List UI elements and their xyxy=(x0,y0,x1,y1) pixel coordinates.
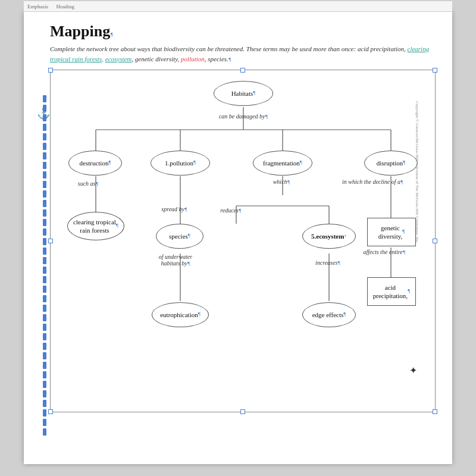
habitats-node: Habitats¶ xyxy=(214,81,273,106)
left-margin-dashes xyxy=(43,95,49,446)
increases-label: increases¶ xyxy=(304,259,352,266)
destruction-node: destruction¶ xyxy=(68,151,122,176)
destruction-label: destruction xyxy=(80,159,109,167)
edge-effects-node: edge effects¶ xyxy=(302,302,356,327)
ecosystem-node: 5.ecosystem+ xyxy=(302,224,356,249)
ecosystem-label: 5.ecosystem xyxy=(311,232,344,240)
disruption-label: disruption xyxy=(377,159,403,167)
genetic-diversity-label: genetic diversity, xyxy=(378,224,403,241)
copyright: Copyright © Glencoe/McGraw-Hill, a divis… xyxy=(415,101,420,243)
genetic-diversity-node: genetic diversity,¶ xyxy=(367,218,416,246)
species-label: species xyxy=(169,232,188,240)
clearing-node: clearing tropical rain forests¶ xyxy=(67,212,124,240)
handle-bl[interactable] xyxy=(48,409,53,414)
handle-tc[interactable] xyxy=(240,68,245,73)
in-which-label: in which the decline of a¶ xyxy=(342,178,419,185)
toolbar-text: Emphasis Heading xyxy=(27,4,74,10)
can-be-damaged-label: can be damaged by¶ xyxy=(202,113,285,120)
toolbar: Emphasis Heading xyxy=(24,1,452,12)
handle-mr[interactable] xyxy=(433,239,437,243)
spread-by-label: spread by¶ xyxy=(151,206,198,212)
species-node: species¶ xyxy=(156,224,203,249)
handle-br[interactable] xyxy=(433,409,437,414)
which-label: which¶ xyxy=(264,178,299,185)
page-title: Mapping¶ xyxy=(50,23,436,40)
cursor-indicator: ✦ xyxy=(409,365,417,376)
of-underwater-label: of underwater habitats by¶ xyxy=(143,253,208,267)
habitats-label: Habitats xyxy=(231,89,253,98)
edge-effects-label: edge effects xyxy=(312,311,344,319)
affects-entire-label: affects the entire¶ xyxy=(346,249,423,255)
fragmentation-label: fragmentation xyxy=(263,159,300,167)
pollution-label: 1.pollution xyxy=(165,159,193,167)
page: Emphasis Heading ⚓ Mapping¶ Complete the… xyxy=(24,12,452,464)
title-pilcrow: ¶ xyxy=(110,32,113,37)
reduces-label: reduces¶ xyxy=(210,207,252,214)
handle-tl[interactable] xyxy=(48,68,53,73)
acid-precipitation-label: acid precipitation, xyxy=(373,283,408,300)
highlight-pollution: pollution xyxy=(181,55,205,62)
subtitle: Complete the network tree about ways tha… xyxy=(50,44,436,64)
eutrophication-node: eutrophication¶ xyxy=(152,302,209,327)
such-as-label: such as¶ xyxy=(67,180,109,187)
title-text: Mapping xyxy=(50,23,110,40)
eutrophication-label: eutrophication xyxy=(160,311,198,319)
acid-precipitation-node: acid precipitation,¶ xyxy=(367,277,416,306)
disruption-node: disruption¶ xyxy=(364,151,418,176)
fragmentation-node: fragmentation¶ xyxy=(253,151,312,176)
highlight-ecosystem: ecosystem xyxy=(105,55,132,62)
handle-bc[interactable] xyxy=(240,409,245,414)
handle-ml[interactable] xyxy=(48,239,53,243)
handle-tr[interactable] xyxy=(433,68,437,73)
pollution-node: 1.pollution¶ xyxy=(151,151,210,176)
clearing-label: clearing tropical rain forests xyxy=(73,218,116,235)
diagram: Habitats¶ can be damaged by¶ destruction… xyxy=(50,70,436,412)
